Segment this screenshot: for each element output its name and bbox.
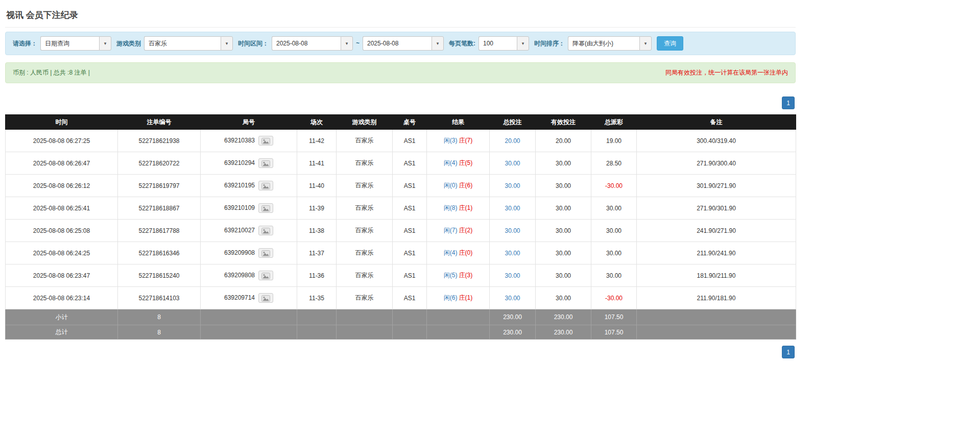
cell-round: 639209714 bbox=[201, 287, 297, 309]
subtotal-total-bet: 230.00 bbox=[490, 309, 536, 325]
total-bet-link[interactable]: 30.00 bbox=[505, 182, 520, 189]
cell-note: 301.90/271.90 bbox=[637, 175, 796, 197]
round-id: 639209808 bbox=[224, 272, 255, 279]
cell-payout: 30.00 bbox=[591, 220, 637, 242]
search-button[interactable]: 查询 bbox=[657, 36, 683, 51]
column-header: 桌号 bbox=[393, 115, 427, 130]
valid-bet-notice: 同局有效投注，统一计算在该局第一张注单内 bbox=[665, 68, 788, 77]
query-type-caret-button[interactable]: ▾ bbox=[99, 36, 111, 51]
cell-time: 2025-08-08 06:23:14 bbox=[6, 287, 118, 309]
empty-cell bbox=[393, 309, 427, 325]
cell-valid-bet: 30.00 bbox=[536, 220, 591, 242]
cell-bet-id: 522718620722 bbox=[118, 152, 201, 175]
game-type-input[interactable] bbox=[144, 36, 221, 51]
caret-down-icon: ▾ bbox=[522, 41, 524, 46]
filter-bar: 请选择： ▾ 游戏类别 ▾ 时间区间： ▾ ~ ▾ 每页笔数: ▾ 时间排序： … bbox=[5, 32, 796, 55]
pagination-bottom: 1 bbox=[6, 346, 795, 358]
grand-total-total-bet: 230.00 bbox=[490, 325, 536, 340]
cell-valid-bet: 30.00 bbox=[536, 287, 591, 309]
page-container: 视讯 会员下注纪录 请选择： ▾ 游戏类别 ▾ 时间区间： ▾ ~ ▾ 每页笔数… bbox=[5, 0, 796, 358]
game-type-label: 游戏类别 bbox=[116, 39, 141, 48]
game-result-image-icon[interactable] bbox=[258, 181, 273, 190]
page-button-1[interactable]: 1 bbox=[782, 97, 795, 109]
date-from-caret-button[interactable]: ▾ bbox=[341, 36, 353, 51]
cell-round: 639210294 bbox=[201, 152, 297, 175]
date-to-caret-button[interactable]: ▾ bbox=[432, 36, 444, 51]
column-header: 场次 bbox=[297, 115, 337, 130]
result-banker: 庄(1) bbox=[459, 294, 473, 301]
result-player: 闲(0) bbox=[444, 182, 458, 189]
cell-valid-bet: 30.00 bbox=[536, 242, 591, 264]
cell-session: 11-39 bbox=[297, 197, 337, 220]
select-type-label: 请选择： bbox=[13, 39, 37, 48]
sort-order-input[interactable] bbox=[568, 36, 639, 51]
cell-table-no: AS1 bbox=[393, 264, 427, 287]
caret-down-icon: ▾ bbox=[104, 41, 107, 46]
game-result-image-icon[interactable] bbox=[258, 293, 273, 303]
result-player: 闲(4) bbox=[444, 249, 458, 256]
game-result-image-icon[interactable] bbox=[258, 271, 273, 280]
table-row: 2025-08-08 06:25:41522718618867639210109… bbox=[6, 197, 796, 220]
result-banker: 庄(2) bbox=[459, 227, 473, 234]
game-type-caret-button[interactable]: ▾ bbox=[221, 36, 233, 51]
empty-cell bbox=[393, 325, 427, 340]
page-button-1[interactable]: 1 bbox=[782, 346, 795, 358]
bet-table-body: 2025-08-08 06:27:25522718621938639210383… bbox=[6, 130, 796, 309]
round-id: 639209714 bbox=[224, 294, 255, 301]
game-result-image-icon[interactable] bbox=[258, 226, 273, 235]
sort-order-label: 时间排序： bbox=[534, 39, 565, 48]
total-bet-link[interactable]: 30.00 bbox=[505, 272, 520, 279]
game-result-image-icon[interactable] bbox=[258, 203, 273, 213]
total-bet-link[interactable]: 30.00 bbox=[505, 205, 520, 212]
cell-session: 11-40 bbox=[297, 175, 337, 197]
empty-cell bbox=[637, 325, 796, 340]
page-size-label: 每页笔数: bbox=[449, 39, 475, 48]
cell-total-bet: 30.00 bbox=[490, 152, 536, 175]
page-title: 视讯 会员下注纪录 bbox=[5, 6, 796, 28]
total-bet-link[interactable]: 20.00 bbox=[505, 137, 520, 144]
page-size-input[interactable] bbox=[479, 36, 517, 51]
subtotal-count: 8 bbox=[118, 309, 201, 325]
table-row: 2025-08-08 06:23:47522718615240639209808… bbox=[6, 264, 796, 287]
caret-down-icon: ▾ bbox=[644, 41, 647, 46]
result-banker: 庄(1) bbox=[459, 204, 473, 211]
page-size-caret-button[interactable]: ▾ bbox=[517, 36, 529, 51]
table-row: 2025-08-08 06:26:12522718619797639210195… bbox=[6, 175, 796, 197]
cell-table-no: AS1 bbox=[393, 130, 427, 152]
date-from-input[interactable] bbox=[272, 36, 341, 51]
cell-payout: 28.50 bbox=[591, 152, 637, 175]
cell-payout: -30.00 bbox=[591, 175, 637, 197]
column-header: 总投注 bbox=[490, 115, 536, 130]
result-player: 闲(8) bbox=[444, 204, 458, 211]
empty-cell bbox=[337, 309, 393, 325]
result-player: 闲(4) bbox=[444, 159, 458, 166]
column-header: 时间 bbox=[6, 115, 118, 130]
cell-payout: 30.00 bbox=[591, 197, 637, 220]
sort-order-caret-button[interactable]: ▾ bbox=[639, 36, 652, 51]
date-to-input[interactable] bbox=[363, 36, 432, 51]
total-bet-link[interactable]: 30.00 bbox=[505, 295, 520, 302]
subtotal-label: 小计 bbox=[6, 309, 118, 325]
betting-records-table: 时间注单编号局号场次游戏类别桌号结果总投注有效投注总派彩备注 2025-08-0… bbox=[5, 114, 796, 340]
table-header-row: 时间注单编号局号场次游戏类别桌号结果总投注有效投注总派彩备注 bbox=[6, 115, 796, 130]
cell-total-bet: 30.00 bbox=[490, 220, 536, 242]
cell-table-no: AS1 bbox=[393, 220, 427, 242]
cell-result: 闲(5)庄(3) bbox=[427, 264, 490, 287]
cell-note: 211.90/181.90 bbox=[637, 287, 796, 309]
cell-total-bet: 30.00 bbox=[490, 175, 536, 197]
total-bet-link[interactable]: 30.00 bbox=[505, 250, 520, 257]
cell-game-type: 百家乐 bbox=[337, 242, 393, 264]
table-row: 2025-08-08 06:24:25522718616346639209908… bbox=[6, 242, 796, 264]
game-result-image-icon[interactable] bbox=[258, 158, 273, 168]
game-result-image-icon[interactable] bbox=[258, 248, 273, 258]
cell-time: 2025-08-08 06:25:08 bbox=[6, 220, 118, 242]
empty-cell bbox=[637, 309, 796, 325]
total-bet-link[interactable]: 30.00 bbox=[505, 160, 520, 167]
column-header: 备注 bbox=[637, 115, 796, 130]
game-result-image-icon[interactable] bbox=[258, 136, 273, 146]
cell-round: 639209908 bbox=[201, 242, 297, 264]
column-header: 总派彩 bbox=[591, 115, 637, 130]
cell-round: 639209808 bbox=[201, 264, 297, 287]
query-type-input[interactable] bbox=[40, 36, 99, 51]
total-bet-link[interactable]: 30.00 bbox=[505, 227, 520, 234]
